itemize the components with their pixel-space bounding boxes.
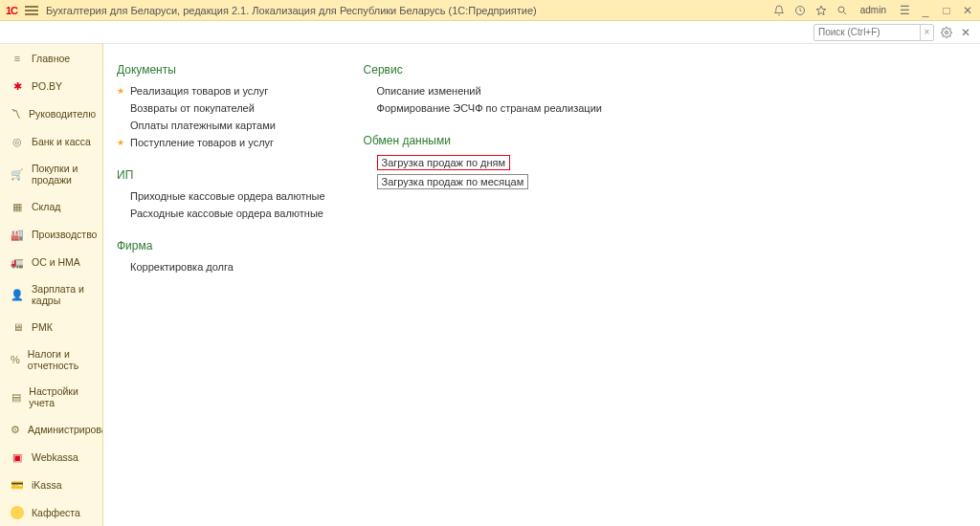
menu-link[interactable]: Описание изменений [377,84,602,98]
section-title: ИП [117,168,325,182]
sidebar-item-5[interactable]: ▦Склад [2,193,100,220]
close-icon[interactable]: ✕ [961,4,974,17]
menu-link[interactable]: Загрузка продаж по дням [377,155,511,170]
factory-icon: 🏭 [11,228,24,241]
user-label[interactable]: admin [860,5,886,15]
sidebar-item-13[interactable]: ▣Webkassa [2,444,100,471]
menu-link[interactable]: Реализация товаров и услуг [130,84,325,98]
sidebar-item-2[interactable]: 〽Руководителю [2,100,100,127]
minimize-icon[interactable]: _ [919,4,932,17]
sidebar-item-label: Настройки учета [29,385,92,408]
sidebar-item-label: Каффеста [32,507,80,518]
menu-link[interactable]: Загрузка продаж по месяцам [377,174,529,189]
search-clear-icon[interactable]: × [920,25,933,40]
hamburger-icon[interactable] [25,6,38,15]
section-title: Обмен данными [364,134,602,147]
menu-link[interactable]: Приходные кассовые ордера валютные [130,189,325,203]
sidebar-item-8[interactable]: 👤Зарплата и кадры [2,276,100,313]
sidebar-item-12[interactable]: ⚙Администрирование [2,416,100,443]
chart-icon: 〽 [11,107,21,121]
register-icon: 🖥 [11,320,24,334]
sidebar-item-9[interactable]: 🖥РМК [2,314,100,340]
sidebar-item-label: Webkassa [32,451,78,463]
app-title: Бухгалтерия для Беларуси, редакция 2.1. … [46,5,537,16]
cart-icon: 🛒 [11,167,24,181]
svg-point-2 [946,31,948,33]
sidebar-item-label: Банк и касса [32,136,91,147]
content-column-1: ДокументыРеализация товаров и услугВозвр… [117,63,325,274]
sidebar-item-15[interactable]: Каффеста [2,499,100,526]
menu-icon: ≡ [11,52,24,65]
sidebar-item-7[interactable]: 🚛ОС и НМА [2,249,100,275]
menu-link[interactable]: Расходные кассовые ордера валютные [130,207,325,220]
calendar-red-icon: ▣ [11,450,24,464]
main-layout: ≡Главное✱PO.BY〽Руководителю◎Банк и касса… [0,44,980,526]
section-title: Фирма [117,239,325,252]
sidebar-item-0[interactable]: ≡Главное [2,45,100,72]
content-area: ДокументыРеализация товаров и услугВозвр… [103,44,980,526]
page-toolbar: × ✕ [0,21,980,44]
settings-icon[interactable] [940,26,953,39]
page-close-icon[interactable]: ✕ [959,26,972,39]
menu-link[interactable]: Корректировка долга [130,260,325,274]
content-column-2: СервисОписание измененийФормирование ЭСЧ… [364,63,602,189]
sidebar-item-14[interactable]: 💳iKassa [2,471,100,498]
menu-link[interactable]: Оплаты платежными картами [130,119,325,132]
sidebar-item-label: РМК [32,321,53,333]
sidebar-item-11[interactable]: ▤Настройки учета [2,379,100,415]
truck-icon: 🚛 [11,255,24,269]
sidebar-item-label: Производство [32,229,97,240]
yellow-dot-icon [11,506,24,519]
section-title: Документы [117,63,325,77]
maximize-icon[interactable]: □ [940,4,953,17]
search-box: × [813,24,934,41]
history-icon[interactable] [793,4,807,17]
sidebar-item-label: Руководителю [29,108,96,120]
titlebar: 1C Бухгалтерия для Беларуси, редакция 2.… [0,0,980,21]
sidebar: ≡Главное✱PO.BY〽Руководителю◎Банк и касса… [0,44,103,526]
tax-icon: % [11,353,20,366]
sidebar-item-label: iKassa [32,479,62,491]
sidebar-item-label: Главное [32,53,70,64]
boxes-icon: ▦ [11,200,24,213]
sidebar-item-label: Зарплата и кадры [32,283,92,306]
sidebar-item-label: ОС и НМА [32,256,80,268]
menu-link[interactable]: Формирование ЭСЧФ по странам реализации [377,101,602,115]
star-red-icon: ✱ [11,79,24,93]
sidebar-item-label: Налоги и отчетность [28,348,92,371]
sidebar-item-6[interactable]: 🏭Производство [2,221,100,248]
person-icon: 👤 [11,288,24,301]
note-icon: ▤ [11,390,21,404]
star-icon[interactable] [814,4,828,17]
sidebar-item-label: Администрирование [28,424,103,435]
globe-icon: ◎ [11,135,24,148]
user-menu-icon[interactable]: ☰ [898,4,911,17]
sidebar-item-label: Покупки и продажи [32,163,92,186]
sidebar-item-1[interactable]: ✱PO.BY [2,73,100,99]
sidebar-item-10[interactable]: %Налоги и отчетность [2,341,100,378]
bell-icon[interactable] [772,4,786,17]
cash-icon: 💳 [11,478,24,492]
gear-icon: ⚙ [11,423,20,436]
sidebar-item-3[interactable]: ◎Банк и касса [2,128,100,155]
search-icon[interactable] [835,4,849,17]
search-input[interactable] [814,27,920,37]
menu-link[interactable]: Поступление товаров и услуг [130,136,325,149]
sidebar-item-4[interactable]: 🛒Покупки и продажи [2,156,100,192]
sidebar-item-label: PO.BY [32,80,62,92]
section-title: Сервис [364,63,602,77]
menu-link[interactable]: Возвраты от покупателей [130,101,325,115]
app-logo: 1C [6,5,17,16]
svg-point-1 [838,7,844,12]
sidebar-item-label: Склад [32,201,60,212]
